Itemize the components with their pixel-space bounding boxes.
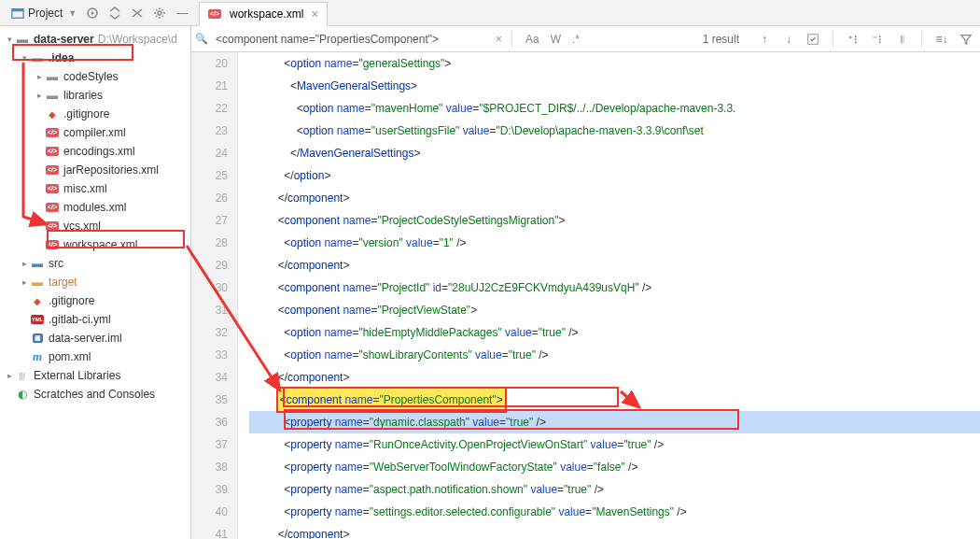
svg-rect-1: [12, 8, 23, 11]
line-gutter: 2021222324252627282930313233343536373839…: [191, 52, 238, 539]
collapse-all-icon[interactable]: [127, 3, 147, 23]
next-match-icon[interactable]: ↓: [778, 29, 799, 50]
svg-point-4: [158, 11, 161, 15]
tree-scratches[interactable]: ◐Scratches and Consoles: [0, 385, 190, 404]
tree-item[interactable]: ◆.gitignore: [0, 291, 190, 310]
find-input[interactable]: [212, 31, 492, 48]
tree-item[interactable]: ▸▬libraries: [0, 86, 190, 105]
tree-root[interactable]: ▾▬data-serverD:\Workspace\d: [0, 30, 190, 49]
select-occurrences-icon[interactable]: ⫴: [891, 29, 912, 50]
close-icon[interactable]: ×: [311, 7, 318, 21]
tree-item[interactable]: ▸▬src: [0, 254, 190, 273]
tree-item[interactable]: </>encodings.xml: [0, 142, 190, 161]
select-opened-file-icon[interactable]: [82, 3, 103, 23]
tree-workspace-xml[interactable]: </>workspace.xml: [0, 235, 190, 254]
expand-all-icon[interactable]: [105, 3, 125, 23]
tree-item[interactable]: </>compiler.xml: [0, 123, 190, 142]
project-tree[interactable]: ▾▬data-serverD:\Workspace\d ▾▬.idea ▸▬co…: [0, 26, 191, 539]
find-bar: 🔍 × Aa W .* 1 result ↑ ↓ ⁺⫶ ⁻⫶ ⫴ ≡↓: [191, 26, 980, 52]
tree-item[interactable]: ▸▬codeStyles: [0, 67, 190, 86]
tree-item[interactable]: ◆.gitignore: [0, 105, 190, 123]
tab-workspace-xml[interactable]: </> workspace.xml ×: [199, 2, 328, 26]
tree-item[interactable]: mpom.xml: [0, 348, 190, 366]
toggle-filter-icon[interactable]: ≡↓: [931, 29, 952, 50]
prev-match-icon[interactable]: ↑: [754, 29, 775, 50]
filter-icon[interactable]: [956, 29, 976, 50]
project-selector[interactable]: Project ▼: [7, 7, 80, 20]
tree-idea-folder[interactable]: ▾▬.idea: [0, 49, 190, 67]
regex-toggle[interactable]: .*: [568, 31, 583, 48]
tree-item[interactable]: ▣data-server.iml: [0, 329, 190, 348]
whole-word-toggle[interactable]: W: [547, 31, 565, 48]
project-label-text: Project: [28, 7, 63, 20]
tree-item[interactable]: YML.gitlab-ci.yml: [0, 310, 190, 329]
tab-label: workspace.xml: [230, 7, 303, 21]
clear-search-icon[interactable]: ×: [496, 33, 502, 46]
tree-external-libs[interactable]: ▸⫼External Libraries: [0, 366, 190, 385]
add-selection-icon[interactable]: ⁺⫶: [843, 29, 863, 50]
hide-icon[interactable]: —: [172, 3, 192, 23]
select-all-icon[interactable]: [803, 29, 823, 50]
remove-selection-icon[interactable]: ⁻⫶: [867, 29, 888, 50]
code-editor[interactable]: 2021222324252627282930313233343536373839…: [191, 52, 980, 539]
tree-item[interactable]: </>misc.xml: [0, 179, 190, 198]
chevron-down-icon: ▼: [68, 8, 77, 18]
tree-item[interactable]: ▸▬target: [0, 273, 190, 291]
project-icon: [11, 7, 24, 20]
tree-item[interactable]: </>modules.xml: [0, 198, 190, 217]
tree-item[interactable]: </>vcs.xml: [0, 217, 190, 235]
match-case-toggle[interactable]: Aa: [522, 31, 543, 48]
settings-icon[interactable]: [149, 3, 170, 23]
tree-item[interactable]: </>jarRepositories.xml: [0, 161, 190, 179]
editor-area: </> workspace.xml × 🔍 × Aa W .* 1 result…: [191, 26, 980, 539]
result-count: 1 result: [703, 33, 739, 46]
search-icon: 🔍: [195, 33, 208, 45]
svg-point-3: [91, 11, 94, 14]
